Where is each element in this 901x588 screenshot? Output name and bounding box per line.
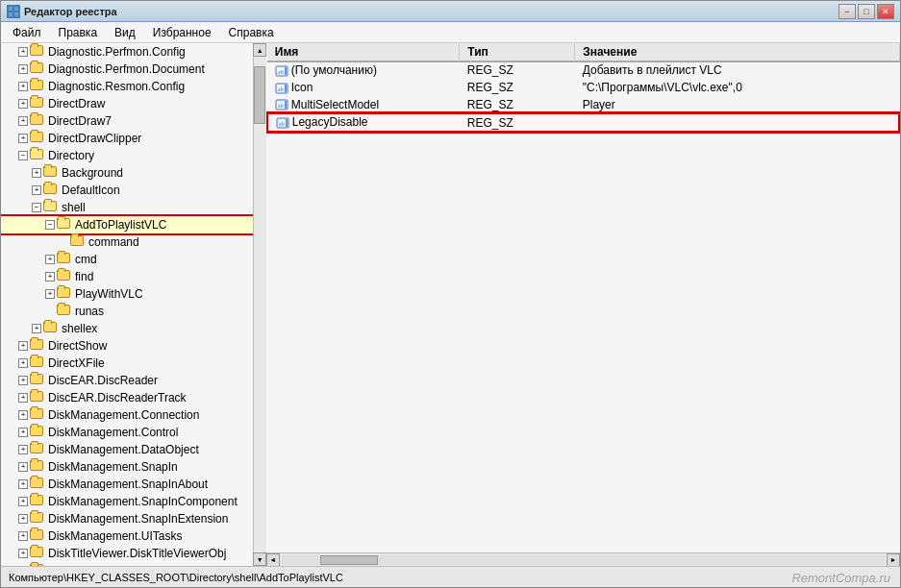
tree-item-directdraw[interactable]: +DirectDraw	[1, 95, 253, 112]
window-title: Редактор реестра	[24, 6, 117, 17]
menu-item-справка[interactable]: Справка	[221, 24, 282, 41]
expand-btn-cmd[interactable]: +	[45, 255, 55, 264]
title-buttons: − □ ✕	[838, 4, 894, 19]
expand-btn-diagnostic-resmon-config[interactable]: +	[18, 82, 28, 91]
scroll-thumb[interactable]	[254, 66, 265, 124]
tree-label-diskmanagement-snapincomponent: DiskManagement.SnapInComponent	[48, 495, 238, 508]
tree-item-diskmanagement-snapinextension[interactable]: +DiskManagement.SnapInExtension	[1, 510, 253, 527]
tree-item-diskmanagement-snapinabout[interactable]: +DiskManagement.SnapInAbout	[1, 476, 253, 493]
expand-btn-diskmanagement-snapinextension[interactable]: +	[18, 514, 28, 524]
expand-btn-diskmanagement-uitasks[interactable]: +	[18, 531, 28, 541]
col-name[interactable]: Имя	[267, 43, 460, 61]
hscroll-left-arrow[interactable]: ◄	[266, 553, 280, 567]
reg-row-icon[interactable]: abIconREG_SZ"C:\Программы\VLC\vlc.exe",0	[267, 79, 899, 96]
expand-btn-diskmanagement-connection[interactable]: +	[18, 410, 28, 420]
maximize-button[interactable]: □	[858, 4, 875, 19]
tree-item-disktitleviewer-disktitleviewerobj[interactable]: +DiskTitleViewer.DiskTitleViewerObj	[1, 545, 253, 562]
col-type[interactable]: Тип	[460, 43, 575, 61]
expand-btn-disktitleviewer-disktitleviewerobj[interactable]: +	[18, 549, 28, 558]
expand-btn-addtoplaylistvlc[interactable]: −	[45, 220, 55, 230]
expand-btn-diskmanagement-control[interactable]: +	[18, 428, 28, 437]
expand-btn-discear-discreader[interactable]: +	[18, 376, 28, 385]
tree-item-shell[interactable]: −shell	[1, 199, 253, 216]
folder-icon-playwithvlc	[57, 287, 72, 301]
tree-item-command[interactable]: command	[1, 233, 253, 251]
col-value[interactable]: Значение	[575, 43, 899, 61]
expand-btn-shellex[interactable]: +	[32, 324, 41, 333]
expand-btn-directdrawclipper[interactable]: +	[18, 134, 28, 143]
tree-item-addtoplaylistvlc[interactable]: −AddToPlaylistVLC	[1, 216, 253, 233]
reg-row-legacydisable[interactable]: abLegacyDisableREG_SZ	[267, 113, 899, 132]
expand-btn-diagnostic-perfmon-config[interactable]: +	[18, 47, 28, 57]
folder-icon-defaulticon	[43, 184, 59, 197]
tree-item-runas[interactable]: runas	[1, 303, 253, 320]
menu-item-правка[interactable]: Правка	[51, 24, 106, 41]
expand-btn-diskmanagement-snapincomponent[interactable]: +	[18, 497, 28, 506]
tree-item-diskmanagement-uitasks[interactable]: +DiskManagement.UITasks	[1, 527, 253, 545]
right-pane-hscroll[interactable]: ◄ ►	[266, 552, 900, 566]
hscroll-right-arrow[interactable]: ►	[887, 553, 900, 567]
tree-item-discear-discreadertrack[interactable]: +DiscEAR.DiscReaderTrack	[1, 389, 253, 406]
menu-item-файл[interactable]: Файл	[5, 24, 49, 41]
tree-item-diskmanagement-control[interactable]: +DiskManagement.Control	[1, 424, 253, 441]
folder-icon-discear-discreadertrack	[30, 391, 45, 404]
menu-item-избранное[interactable]: Избранное	[145, 24, 219, 41]
expand-btn-diskmanagement-snapinabout[interactable]: +	[18, 479, 28, 489]
tree-item-diskmanagement-snapin[interactable]: +DiskManagement.SnapIn	[1, 458, 253, 476]
expand-btn-directshow[interactable]: +	[18, 341, 28, 351]
tree-item-diskmanagement-connection[interactable]: +DiskManagement.Connection	[1, 406, 253, 424]
svg-rect-1	[14, 7, 18, 11]
tree-item-find[interactable]: +find	[1, 268, 253, 285]
expand-btn-directdraw[interactable]: +	[18, 99, 28, 109]
registry-editor-window: Редактор реестра − □ ✕ ФайлПравкаВидИзбр…	[0, 0, 901, 588]
expand-btn-directdraw7[interactable]: +	[18, 116, 28, 126]
expand-btn-diagnostic-perfmon-document[interactable]: +	[18, 64, 28, 74]
tree-item-shellex[interactable]: +shellex	[1, 320, 253, 337]
tree-item-background[interactable]: +Background	[1, 164, 253, 182]
reg-row-default[interactable]: ab(По умолчанию)REG_SZДобавить в плейлис…	[267, 61, 899, 79]
folder-icon-diskmanagement-snapin	[30, 460, 45, 474]
tree-item-discear-discreader[interactable]: +DiscEAR.DiscReader	[1, 372, 253, 389]
folder-icon-background	[43, 166, 59, 180]
tree-item-playwithvlc[interactable]: +PlayWithVLC	[1, 285, 253, 303]
tree-label-diskmanagement-snapinabout: DiskManagement.SnapInAbout	[48, 478, 208, 491]
expand-btn-find[interactable]: +	[45, 272, 55, 282]
expand-btn-background[interactable]: +	[32, 168, 41, 178]
tree-item-defaulticon[interactable]: +DefaultIcon	[1, 182, 253, 199]
tree-label-directdraw: DirectDraw	[48, 97, 105, 110]
tree-item-diagnostic-perfmon-document[interactable]: +Diagnostic.Perfmon.Document	[1, 61, 253, 78]
tree-item-diagnostic-resmon-config[interactable]: +Diagnostic.Resmon.Config	[1, 78, 253, 95]
tree-item-directxfile[interactable]: +DirectXFile	[1, 355, 253, 372]
tree-label-find: find	[75, 270, 93, 283]
right-pane[interactable]: Имя Тип Значение ab(По умолчанию)REG_SZД…	[266, 43, 900, 552]
expand-btn-directxfile[interactable]: +	[18, 358, 28, 368]
tree-label-addtoplaylistvlc: AddToPlaylistVLC	[75, 218, 166, 232]
tree-item-directdraw7[interactable]: +DirectDraw7	[1, 112, 253, 130]
tree-item-cmd[interactable]: +cmd	[1, 251, 253, 268]
expand-btn-shell[interactable]: −	[32, 203, 41, 212]
expand-btn-discear-discreadertrack[interactable]: +	[18, 393, 28, 403]
tree-item-diskmanagement-dataobject[interactable]: +DiskManagement.DataObject	[1, 441, 253, 458]
expand-btn-diskmanagement-dataobject[interactable]: +	[18, 445, 28, 454]
hscroll-thumb[interactable]	[320, 555, 378, 565]
left-pane-scrollbar[interactable]: ▲ ▼	[253, 43, 266, 566]
scroll-down-arrow[interactable]: ▼	[253, 552, 266, 566]
minimize-button[interactable]: −	[838, 4, 856, 19]
expand-btn-diskmanagement-snapin[interactable]: +	[18, 462, 28, 472]
expand-btn-directory[interactable]: −	[18, 151, 28, 160]
tree-item-directdrawclipper[interactable]: +DirectDrawClipper	[1, 130, 253, 147]
expand-btn-playwithvlc[interactable]: +	[45, 289, 55, 299]
tree-item-directory[interactable]: −Directory	[1, 147, 253, 164]
hscroll-bar[interactable]	[282, 555, 885, 565]
reg-row-multiselectmodel[interactable]: abMultiSelectModelREG_SZPlayer	[267, 96, 899, 113]
left-pane[interactable]: +Diagnostic.Perfmon.Config+Diagnostic.Pe…	[1, 43, 253, 566]
tree-item-diskmanagement-snapincomponent[interactable]: +DiskManagement.SnapInComponent	[1, 493, 253, 510]
reg-name-legacydisable: LegacyDisable	[292, 115, 368, 129]
reg-type-icon-icon: ab	[275, 82, 288, 95]
menu-item-вид[interactable]: Вид	[107, 24, 143, 41]
scroll-up-arrow[interactable]: ▲	[253, 43, 266, 57]
close-button[interactable]: ✕	[877, 4, 894, 19]
expand-btn-defaulticon[interactable]: +	[32, 185, 41, 195]
tree-item-diagnostic-perfmon-config[interactable]: +Diagnostic.Perfmon.Config	[1, 43, 253, 61]
tree-item-directshow[interactable]: +DirectShow	[1, 337, 253, 355]
